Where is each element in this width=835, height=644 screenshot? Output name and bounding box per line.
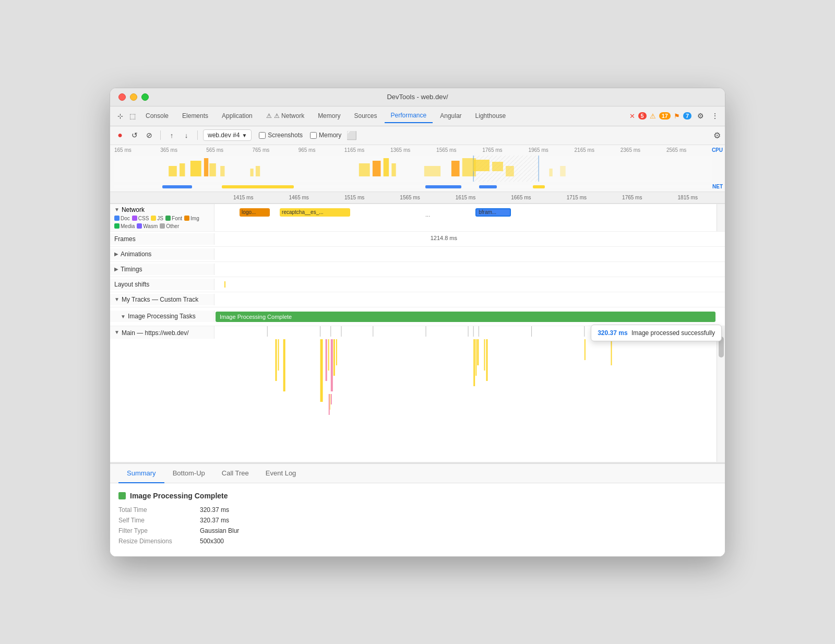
detail-label-3: 1565 ms: [382, 195, 437, 200]
svg-rect-37: [278, 339, 279, 371]
legend-js-swatch: [151, 216, 156, 221]
svg-rect-5: [220, 166, 224, 176]
ruler-label-0: 165 ms: [114, 147, 160, 153]
close-button[interactable]: [118, 93, 126, 101]
network-collapse-icon[interactable]: ▼: [114, 207, 120, 212]
main-thread-name: Main — https://web.dev/: [122, 329, 189, 337]
tab-angular[interactable]: Angular: [434, 109, 468, 123]
image-processing-collapse-icon[interactable]: ▼: [121, 314, 126, 319]
scrollbar-main[interactable]: [717, 326, 725, 462]
errors-badge: 5: [638, 112, 647, 120]
svg-rect-11: [391, 163, 396, 176]
network-bar-bfram[interactable]: bfram...: [475, 208, 510, 217]
tab-sources[interactable]: Sources: [348, 109, 383, 123]
summary-row-filter-type: Filter Type Gaussian Blur: [118, 527, 717, 534]
tab-bottom-up[interactable]: Bottom-Up: [164, 464, 213, 483]
svg-rect-46: [330, 394, 330, 410]
title-bar: DevTools - web.dev/: [110, 88, 725, 106]
divider: [160, 130, 161, 140]
custom-track-content: [214, 292, 717, 307]
tab-summary[interactable]: Summary: [118, 464, 164, 483]
svg-rect-0: [169, 166, 177, 176]
custom-track-label: ▼ My Tracks — Custom Track: [110, 294, 214, 305]
animations-track-name: Animations: [121, 251, 151, 258]
more-icon[interactable]: ⋮: [709, 110, 721, 122]
timings-track-row: ▶ Timings: [110, 262, 725, 277]
memory-checkbox[interactable]: [310, 132, 317, 139]
animations-content: [214, 247, 717, 261]
tab-call-tree[interactable]: Call Tree: [213, 464, 257, 483]
summary-table: Total Time 320.37 ms Self Time 320.37 ms…: [118, 506, 717, 545]
svg-rect-19: [492, 162, 503, 171]
toolbar-settings-icon[interactable]: ⚙: [713, 130, 721, 140]
summary-title-text: Image Processing Complete: [130, 492, 228, 500]
timings-collapse-icon[interactable]: ▶: [114, 266, 118, 272]
timeline-ruler[interactable]: 165 ms 365 ms 565 ms 765 ms 965 ms 1165 …: [110, 145, 725, 192]
svg-rect-7: [256, 166, 260, 176]
legend-doc-swatch: [114, 216, 120, 221]
main-thread-label: ▼ Main — https://web.dev/: [110, 326, 214, 339]
minimize-button[interactable]: [130, 93, 137, 101]
animations-collapse-icon[interactable]: ▶: [114, 251, 118, 257]
scrollbar-right[interactable]: [717, 204, 725, 231]
legend-font: Font: [165, 216, 182, 221]
legend-font-swatch: [165, 216, 171, 221]
detail-label-0: 1415 ms: [216, 195, 271, 200]
warnings-icon: ⚠: [650, 112, 656, 120]
download-button[interactable]: ↓: [181, 129, 192, 141]
custom-track-name: My Tracks — Custom Track: [122, 296, 198, 303]
tab-bar: ⊹ ⬚ Console Elements Application ⚠ ⚠ Net…: [110, 106, 725, 126]
info-icon: ⚑: [674, 112, 680, 120]
summary-title-row: Image Processing Complete: [118, 492, 717, 500]
main-thread-collapse-icon[interactable]: ▼: [114, 329, 120, 335]
clear-button[interactable]: ⊘: [144, 129, 155, 141]
record-button[interactable]: ●: [114, 129, 126, 141]
capture-icon[interactable]: ⬜: [347, 130, 357, 140]
image-processing-bar[interactable]: Image Processing Complete: [216, 312, 715, 322]
custom-track-row: ▼ My Tracks — Custom Track: [110, 292, 725, 307]
svg-rect-1: [180, 163, 185, 176]
svg-rect-43: [333, 339, 335, 376]
layout-shifts-track-row: Layout shifts: [110, 277, 725, 292]
divider2: [197, 130, 198, 140]
svg-rect-50: [477, 339, 479, 365]
tab-event-log[interactable]: Event Log: [257, 464, 305, 483]
detail-label-2: 1515 ms: [327, 195, 382, 200]
reload-record-button[interactable]: ↺: [129, 129, 140, 141]
traffic-lights: [118, 93, 149, 101]
legend-css-swatch: [132, 216, 137, 221]
legend-other: Other: [160, 223, 179, 229]
frames-track-name: Frames: [114, 235, 136, 243]
network-ellipsis: ...: [425, 211, 430, 218]
image-processing-bar-label: Image Processing Complete: [220, 314, 292, 320]
upload-button[interactable]: ↑: [166, 129, 177, 141]
legend-wasm-swatch: [137, 223, 142, 229]
svg-rect-38: [283, 339, 285, 391]
timings-track-name: Timings: [121, 266, 142, 273]
profile-selector[interactable]: web.dev #4 ▼: [203, 129, 252, 141]
tab-performance[interactable]: Performance: [385, 109, 433, 123]
performance-toolbar: ● ↺ ⊘ ↑ ↓ web.dev #4 ▼ Screenshots Memor…: [110, 126, 725, 145]
maximize-button[interactable]: [141, 93, 149, 101]
tab-elements[interactable]: Elements: [176, 109, 214, 123]
ruler-label-10: 2165 ms: [575, 147, 621, 153]
tab-network[interactable]: ⚠ ⚠ Network: [260, 109, 311, 123]
network-bar-logo[interactable]: logo...: [240, 208, 270, 217]
inspect-icon[interactable]: ⬚: [127, 110, 138, 122]
tab-lighthouse[interactable]: Lighthouse: [469, 109, 512, 123]
tab-application[interactable]: Application: [216, 109, 259, 123]
custom-track-collapse-icon[interactable]: ▼: [114, 296, 120, 302]
svg-rect-40: [326, 339, 327, 381]
network-bar-recaptcha[interactable]: recaptcha__es_...: [280, 208, 350, 217]
summary-content: Image Processing Complete Total Time 320…: [110, 483, 725, 556]
tab-console[interactable]: Console: [139, 109, 175, 123]
svg-rect-6: [250, 169, 253, 176]
settings-icon[interactable]: ⚙: [695, 110, 706, 122]
screenshots-checkbox[interactable]: [259, 132, 266, 139]
pointer-icon[interactable]: ⊹: [114, 110, 126, 122]
legend-img-swatch: [184, 216, 189, 221]
total-time-value: 320.37 ms: [200, 506, 229, 514]
svg-rect-48: [473, 339, 475, 386]
tab-memory[interactable]: Memory: [312, 109, 347, 123]
svg-rect-12: [424, 166, 440, 176]
